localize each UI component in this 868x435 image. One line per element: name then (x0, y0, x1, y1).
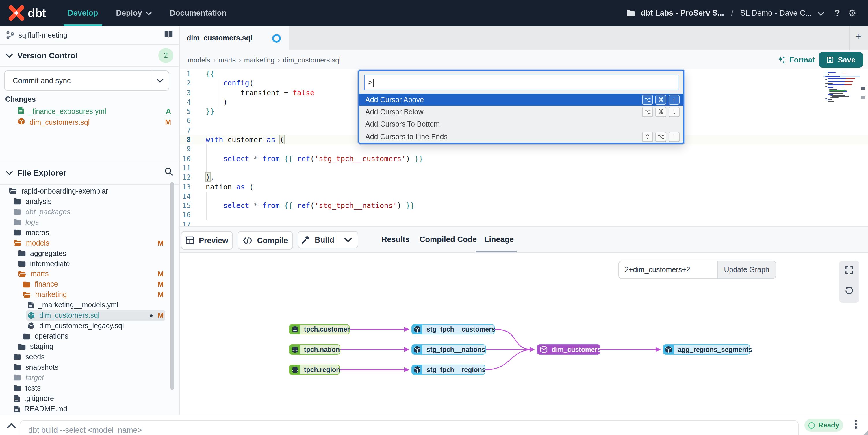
fullscreen-icon[interactable] (845, 266, 854, 277)
lineage-node-tpch-region[interactable]: tpch.region (289, 365, 340, 375)
crumb-marts[interactable]: marts (218, 56, 236, 64)
code-line-11: 11 (179, 163, 868, 173)
search-icon[interactable] (164, 167, 174, 179)
help-icon[interactable]: ? (835, 8, 840, 18)
dbt-logo[interactable]: dbt (8, 5, 45, 21)
change-item-dim_customers.sql[interactable]: dim_customers.sqlM (0, 117, 179, 128)
folder-open-icon (9, 187, 17, 195)
change-item-_finance_exposures.yml[interactable]: _finance_exposures.ymlA (0, 106, 179, 117)
tree-item-intermediate[interactable]: intermediate (0, 258, 179, 269)
tab-results[interactable]: Results (381, 227, 410, 252)
code-line-10: 10 select * from {{ ref('stg_tpch__custo… (179, 154, 868, 163)
model-cube-icon (540, 345, 548, 353)
chevron-down-icon[interactable] (818, 8, 824, 18)
palette-item-Add Cursor Above[interactable]: Add Cursor Above⌥⌘↑ (360, 94, 683, 106)
tree-item-dim_customers_legacy.sql[interactable]: dim_customers_legacy.sql (0, 321, 179, 331)
model-cube-icon (413, 325, 421, 333)
dbt-command-input[interactable] (20, 420, 799, 435)
tree-item-operations[interactable]: operations (0, 331, 179, 341)
minimap[interactable] (825, 72, 859, 103)
nav-deploy[interactable]: Deploy (116, 0, 152, 26)
model-cube-icon (413, 366, 421, 374)
folder-icon (13, 208, 21, 216)
lineage-node-tpch-customer[interactable]: tpch.customer (289, 324, 350, 335)
nav-develop[interactable]: Develop (68, 0, 98, 26)
docs-book-icon[interactable] (163, 30, 174, 41)
palette-item-Add Cursor Below[interactable]: Add Cursor Below⌥⌘↓ (360, 106, 683, 118)
lineage-node-agg-regions-segments[interactable]: agg_regions_segments (663, 344, 750, 355)
version-control-header[interactable]: Version Control 2 (0, 44, 179, 67)
tree-item-logs[interactable]: logs (0, 217, 179, 228)
unsaved-changes-icon (272, 34, 281, 42)
crumb-file[interactable]: dim_customers.sql (283, 56, 341, 64)
expand-console-chevron-icon[interactable] (7, 421, 16, 431)
git-branch-row[interactable]: sqlfluff-meeting (0, 26, 179, 45)
save-floppy-icon (827, 56, 834, 64)
code-line-15: 15 select * from {{ ref('stg_tpch__natio… (179, 201, 868, 211)
update-graph-button[interactable]: Update Graph (717, 260, 776, 279)
file-explorer-header[interactable]: File Explorer (0, 161, 179, 185)
kebab-menu-icon[interactable] (852, 420, 859, 428)
tree-item-README.md[interactable]: README.md (0, 404, 179, 414)
editor-header: models › marts › marketing › dim_custome… (179, 50, 868, 69)
shortcut-key: ⌥ (655, 132, 666, 142)
new-tab-button[interactable]: + (852, 31, 865, 43)
palette-item-Add Cursors To Bottom[interactable]: Add Cursors To Bottom (360, 118, 683, 130)
crumb-models[interactable]: models (188, 56, 210, 64)
command-palette-input[interactable]: > (364, 74, 678, 90)
tree-item-.gitignore[interactable]: .gitignore (0, 394, 179, 404)
lineage-node-stg-tpch-nations[interactable]: stg_tpch__nations (411, 344, 486, 355)
lineage-selector-input[interactable] (618, 260, 717, 279)
tree-item-_marketing__models.yml[interactable]: _marketing__models.yml (0, 300, 179, 311)
tree-item-dim_customers.sql[interactable]: dim_customers.sqlM (0, 311, 179, 321)
palette-item-Add Cursors to Line Ends[interactable]: Add Cursors to Line Ends⇧⌥I (360, 130, 683, 143)
tree-item-aggregates[interactable]: aggregates (0, 248, 179, 258)
nav-documentation[interactable]: Documentation (169, 0, 226, 26)
tree-item-analysis[interactable]: analysis (0, 196, 179, 207)
tab-compiled-code[interactable]: Compiled Code (420, 227, 477, 252)
tree-item-snapshots[interactable]: snapshots (0, 362, 179, 373)
tree-item-rapid-onboarding-exemplar[interactable]: rapid-onboarding-exemplar (0, 186, 179, 196)
tree-item-models[interactable]: modelsM (0, 238, 179, 248)
account-separator: / (731, 8, 733, 18)
save-button[interactable]: Save (819, 52, 863, 68)
tab-lineage[interactable]: Lineage (484, 227, 514, 252)
commit-options-chevron[interactable] (151, 71, 169, 90)
resize-handle[interactable] (863, 430, 868, 435)
project-name[interactable]: SL Demo - Dave C... (740, 9, 812, 17)
tree-item-seeds[interactable]: seeds (0, 352, 179, 362)
shortcut-key: ⌘ (655, 95, 666, 104)
commit-and-sync-button[interactable]: Commit and sync (4, 70, 169, 91)
compile-button[interactable]: Compile (238, 231, 293, 250)
tree-item-staging[interactable]: staging (0, 341, 179, 352)
lineage-node-stg-tpch-customers[interactable]: stg_tpch__customers (411, 324, 495, 335)
shortcut-key: ↓ (669, 107, 680, 117)
git-status: M (158, 291, 163, 299)
lineage-node-dim-customers[interactable]: dim_customers (537, 344, 600, 355)
git-status: M (158, 311, 163, 319)
lineage-node-tpch-nation[interactable]: tpch.nation (289, 344, 340, 355)
lineage-graph[interactable]: tpch.customertpch.nationtpch.regionstg_t… (179, 252, 868, 415)
build-options-chevron[interactable] (337, 231, 359, 248)
format-button[interactable]: Format (777, 56, 815, 64)
file-tree-scrollbar[interactable] (170, 182, 174, 390)
settings-gear-icon[interactable]: ⚙ (848, 7, 857, 19)
tree-item-finance[interactable]: financeM (0, 279, 179, 290)
tab-dim-customers[interactable]: dim_customers.sql (179, 26, 289, 50)
folder-icon (18, 250, 26, 257)
tree-item-target[interactable]: target (0, 373, 179, 383)
lineage-controls: Update Graph (618, 260, 776, 279)
source-database-icon (291, 366, 299, 373)
version-control-title: Version Control (17, 51, 78, 60)
tree-item-marts[interactable]: martsM (0, 269, 179, 279)
lineage-node-stg-tpch-regions[interactable]: stg_tpch__regions (411, 365, 486, 375)
reset-view-icon[interactable] (845, 287, 854, 298)
account-name[interactable]: dbt Labs - ProServ S... (641, 9, 724, 17)
tree-item-tests[interactable]: tests (0, 383, 179, 394)
tree-item-dbt_packages[interactable]: dbt_packages (0, 207, 179, 217)
code-line-17: 17 (179, 220, 868, 227)
preview-button[interactable]: Preview (181, 231, 233, 250)
tree-item-marketing[interactable]: marketingM (0, 290, 179, 300)
tree-item-macros[interactable]: macros (0, 228, 179, 238)
crumb-marketing[interactable]: marketing (244, 56, 275, 64)
